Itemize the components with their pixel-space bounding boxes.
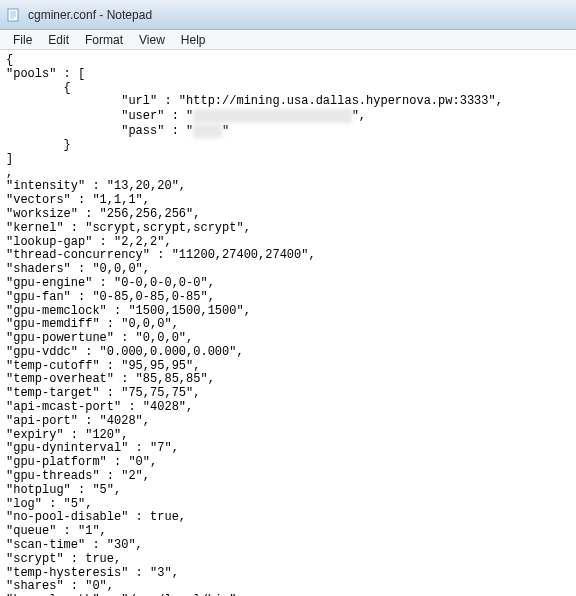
line: "api-port" : "4028", (6, 414, 150, 428)
title-bar: cgminer.conf - Notepad (0, 0, 576, 30)
line: "kernel" : "scrypt,scrypt,scrypt", (6, 221, 251, 235)
line: "worksize" : "256,256,256", (6, 207, 200, 221)
line: "pools" : [ (6, 67, 85, 81)
menu-file[interactable]: File (6, 31, 39, 49)
line-part: "user" : " (6, 109, 193, 123)
line: "gpu-memdiff" : "0,0,0", (6, 317, 179, 331)
line: { (6, 81, 71, 95)
svg-rect-0 (8, 9, 18, 21)
line: ] (6, 152, 13, 166)
redacted-user: xxxxxxxxxxxxxxxxxxxxxx (193, 109, 351, 123)
line: "gpu-threads" : "2", (6, 469, 150, 483)
line-part: ", (352, 109, 366, 123)
line: "expiry" : "120", (6, 428, 128, 442)
line: { (6, 53, 13, 67)
line: "thread-concurrency" : "11200,27400,2740… (6, 248, 316, 262)
notepad-icon (6, 7, 22, 23)
line: "temp-target" : "75,75,75", (6, 386, 200, 400)
line: "hotplug" : "5", (6, 483, 121, 497)
line: "shares" : "0", (6, 579, 114, 593)
line: "gpu-engine" : "0-0,0-0,0-0", (6, 276, 215, 290)
line: "gpu-dyninterval" : "7", (6, 441, 179, 455)
line: "gpu-vddc" : "0.000,0.000,0.000", (6, 345, 244, 359)
menu-view[interactable]: View (132, 31, 172, 49)
line: "log" : "5", (6, 497, 92, 511)
line-part: " (222, 124, 229, 138)
line: "api-mcast-port" : "4028", (6, 400, 193, 414)
line: "temp-cutoff" : "95,95,95", (6, 359, 200, 373)
line: "gpu-fan" : "0-85,0-85,0-85", (6, 290, 215, 304)
line: "gpu-powertune" : "0,0,0", (6, 331, 193, 345)
line: } (6, 138, 71, 152)
line: "temp-overheat" : "85,85,85", (6, 372, 215, 386)
menu-edit[interactable]: Edit (41, 31, 76, 49)
line: "shaders" : "0,0,0", (6, 262, 150, 276)
line: "queue" : "1", (6, 524, 107, 538)
menu-bar: File Edit Format View Help (0, 30, 576, 50)
line: "scan-time" : "30", (6, 538, 143, 552)
line: , (6, 166, 13, 180)
menu-help[interactable]: Help (174, 31, 213, 49)
line: "intensity" : "13,20,20", (6, 179, 186, 193)
line: "lookup-gap" : "2,2,2", (6, 235, 172, 249)
line-part: "pass" : " (6, 124, 193, 138)
line: "url" : "http://mining.usa.dallas.hypern… (6, 94, 503, 108)
window-title: cgminer.conf - Notepad (28, 8, 152, 22)
line: "gpu-platform" : "0", (6, 455, 157, 469)
text-area[interactable]: { "pools" : [ { "url" : "http://mining.u… (0, 50, 576, 596)
line: "gpu-memclock" : "1500,1500,1500", (6, 304, 251, 318)
line: "no-pool-disable" : true, (6, 510, 186, 524)
line: "scrypt" : true, (6, 552, 121, 566)
line: "vectors" : "1,1,1", (6, 193, 150, 207)
menu-format[interactable]: Format (78, 31, 130, 49)
redacted-pass: xxxx (193, 124, 222, 138)
line: "temp-hysteresis" : "3", (6, 566, 179, 580)
